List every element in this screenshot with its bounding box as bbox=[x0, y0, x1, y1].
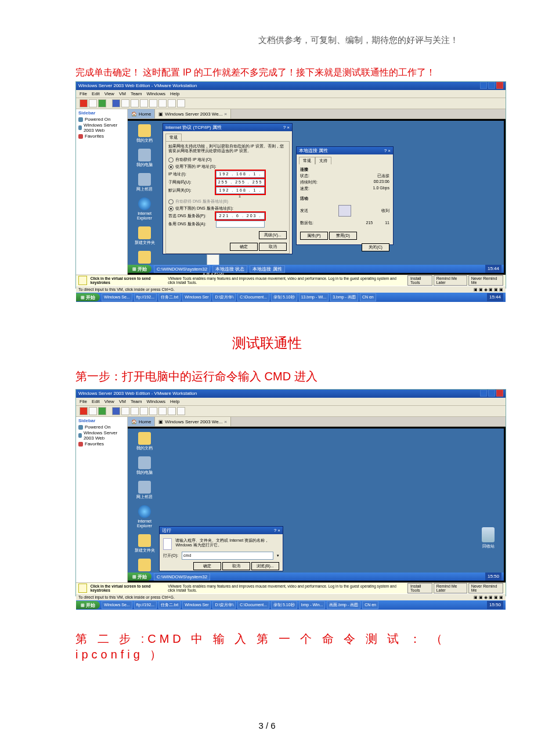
run-ok-button[interactable]: 确定 bbox=[193, 562, 221, 570]
sidebar-favorites[interactable]: Favorites bbox=[78, 134, 125, 139]
home-icon: 🏠 bbox=[131, 111, 137, 117]
vmware-hint-bar: Click in the virtual screen to send keys… bbox=[76, 275, 506, 286]
tab-home[interactable]: 🏠Home bbox=[128, 109, 155, 118]
host-max-button[interactable] bbox=[488, 82, 495, 89]
completion-line: 完成单击确定！ 这时配置 IP 的工作就差不多完成了！接下来就是测试联通性的工作… bbox=[75, 67, 459, 79]
screenshot-tcpip: Windows Server 2003 Web Edition - VMware… bbox=[75, 81, 506, 289]
close-icon[interactable]: × bbox=[224, 111, 227, 117]
disable-button[interactable]: 禁用(D) bbox=[329, 232, 357, 240]
recycle-bin-icon[interactable]: 回收站 bbox=[482, 527, 495, 549]
vmware-titlebar: Windows Server 2003 Web Edition - VMware… bbox=[76, 82, 506, 90]
guest-desktop[interactable]: 我的文档 我的电脑 网上邻居 Internet Explorer 新建文件夹 新… bbox=[128, 427, 506, 582]
host-close-button[interactable] bbox=[496, 82, 503, 89]
ip-field[interactable]: 192 . 168 . 1 . 23 bbox=[216, 171, 265, 178]
windows-logo-icon: ⊞ bbox=[132, 267, 136, 272]
my-documents-icon[interactable]: 我的文档 bbox=[131, 124, 158, 143]
section-title: 测试联通性 bbox=[75, 334, 459, 352]
remind-later-button[interactable]: Remind Me Later bbox=[434, 275, 467, 286]
ok-button[interactable]: 确定 bbox=[230, 243, 258, 251]
outer-taskbar: ⊞开始 Windows Se... ftp://192... 任务二.txt W… bbox=[76, 293, 506, 302]
ie-icon[interactable]: Internet Explorer bbox=[131, 197, 158, 221]
guest-desktop[interactable]: 我的文档 我的电脑 网上邻居 Internet Explorer 新建文件夹 新… bbox=[128, 119, 506, 275]
tcpip-dialog: Internet 协议 (TCP/IP) 属性? × 常规 如果网络支持此功能，… bbox=[163, 123, 293, 254]
run-cancel-button[interactable]: 取消 bbox=[222, 562, 250, 570]
step1-heading: 第一步：打开电脑中的运行命令输入 CMD 进入 bbox=[75, 369, 459, 384]
run-input[interactable]: cmd bbox=[182, 552, 273, 560]
step2-heading: 第 二 步 :CMD 中 输 入 第 一 个 命 令 测 试 ： （ ipcon… bbox=[75, 631, 459, 663]
advanced-button[interactable]: 高级(V)... bbox=[259, 231, 287, 239]
taskbar-item[interactable]: 本地连接 状态 bbox=[212, 265, 247, 273]
vm-icon: ▣ bbox=[158, 111, 163, 117]
my-computer-icon[interactable]: 我的电脑 bbox=[131, 149, 158, 167]
dns2-field[interactable] bbox=[216, 221, 265, 228]
tab-status-general[interactable]: 常规 bbox=[299, 157, 315, 164]
radio-use-dns[interactable]: 使用下面的 DNS 服务器地址(E): bbox=[168, 206, 287, 211]
dialog-help-icon[interactable]: ? × bbox=[283, 124, 290, 131]
windows-logo-icon: ⊞ bbox=[81, 295, 85, 300]
host-statusbar: To direct input to this VM, click inside… bbox=[76, 286, 506, 293]
new-folder-icon[interactable]: 新建文件夹 bbox=[131, 226, 158, 245]
outer-systray[interactable]: 15:44 bbox=[487, 293, 503, 301]
properties-button[interactable]: 属性(P) bbox=[300, 232, 328, 240]
mask-field[interactable]: 255 . 255 . 255 . 0 bbox=[216, 179, 265, 186]
radio-auto-ip[interactable]: 自动获得 IP 地址(O) bbox=[168, 157, 287, 163]
cancel-button[interactable]: 取消 bbox=[259, 243, 287, 251]
connection-status-dialog: 本地连接 属性? × 常规 支持 连接 状态:已连接 持续时间:00:23:06… bbox=[296, 146, 394, 245]
vm-tabrow: 🏠Home ▣Windows Server 2003 We...× bbox=[128, 109, 506, 119]
host-toolbar[interactable] bbox=[76, 98, 506, 109]
install-tools-button[interactable]: Install Tools bbox=[407, 275, 432, 286]
tab-vm[interactable]: ▣Windows Server 2003 We...× bbox=[155, 109, 231, 118]
never-remind-button[interactable]: Never Remind Me bbox=[468, 275, 503, 286]
vmware-sidebar: Sidebar Powered On Windows Server 2003 W… bbox=[76, 109, 128, 275]
guest-start-button[interactable]: ⊞开始 bbox=[128, 265, 151, 273]
dns1-field[interactable]: 221 . 6 . 203 . 80 bbox=[216, 213, 265, 219]
sidebar-vm-item[interactable]: Windows Server 2003 Web bbox=[78, 123, 125, 133]
close-icon[interactable]: ? × bbox=[384, 147, 391, 154]
host-tray-icons: ▣ ▣ ◉ ▣ ▣ ▣ bbox=[474, 287, 503, 292]
taskbar-item[interactable]: 本地连接 属性 bbox=[250, 265, 284, 273]
outer-start-button[interactable]: ⊞开始 bbox=[76, 293, 100, 301]
host-menubar[interactable]: FileEditViewVMTeamWindowsHelp bbox=[76, 90, 506, 98]
gateway-field[interactable]: 192 . 168 . 1 . 1 bbox=[216, 187, 265, 194]
guest-start-button[interactable]: ⊞开始 bbox=[128, 573, 151, 581]
network-places-icon[interactable]: 网上邻居 bbox=[131, 173, 158, 192]
doc-header: 文档供参考，可复制、编制，期待您的好评与关注！ bbox=[75, 35, 459, 46]
radio-use-ip[interactable]: 使用下面的 IP 地址(S): bbox=[168, 164, 287, 170]
guest-systray[interactable]: 15:44 bbox=[485, 265, 501, 273]
computer-icon bbox=[338, 205, 351, 217]
run-browse-button[interactable]: 浏览(B)... bbox=[251, 562, 279, 570]
tab-general[interactable]: 常规 bbox=[165, 134, 182, 141]
run-dialog: 运行? × 请输入程序、文件夹、文档或 Internet 资源的名称，Windo… bbox=[159, 526, 283, 571]
sidebar-powered-on[interactable]: Powered On bbox=[78, 117, 125, 122]
close-icon[interactable]: ? × bbox=[274, 527, 280, 534]
radio-auto-dns: 自动获得 DNS 服务器地址(B) bbox=[168, 199, 287, 204]
hint-icon bbox=[78, 276, 87, 285]
tab-status-support[interactable]: 支持 bbox=[315, 157, 331, 164]
taskbar-item[interactable]: C:\WINDOWS\system32 bbox=[154, 265, 210, 273]
host-min-button[interactable] bbox=[480, 82, 487, 89]
run-icon bbox=[163, 538, 172, 550]
dropdown-icon[interactable]: ▾ bbox=[277, 553, 279, 558]
host-menubar[interactable]: FileEditViewVMTeamWindowsHelp bbox=[76, 398, 506, 406]
page-number: 3 / 6 bbox=[75, 721, 459, 730]
close-button[interactable]: 关闭(C) bbox=[362, 243, 389, 251]
guest-taskbar: ⊞开始 C:\WINDOWS\system32 本地连接 状态 本地连接 属性 … bbox=[128, 265, 504, 273]
screenshot-run-cmd: Windows Server 2003 Web Edition - VMware… bbox=[75, 389, 506, 596]
